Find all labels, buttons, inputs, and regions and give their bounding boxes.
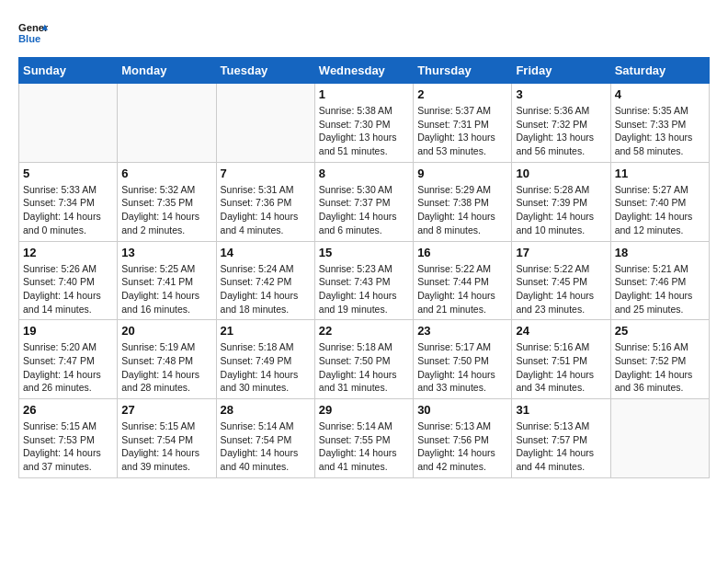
calendar-cell: 3Sunrise: 5:36 AMSunset: 7:32 PMDaylight…: [512, 84, 610, 163]
weekday-header-tuesday: Tuesday: [216, 58, 314, 84]
day-number: 31: [516, 403, 606, 417]
calendar-week-row: 26Sunrise: 5:15 AMSunset: 7:53 PMDayligh…: [19, 399, 710, 478]
day-info: Sunrise: 5:33 AMSunset: 7:34 PMDaylight:…: [23, 183, 113, 237]
day-info: Sunrise: 5:17 AMSunset: 7:50 PMDaylight:…: [417, 340, 507, 395]
day-number: 19: [23, 324, 113, 338]
calendar-cell: 17Sunrise: 5:22 AMSunset: 7:45 PMDayligh…: [512, 241, 610, 320]
calendar-cell: 7Sunrise: 5:31 AMSunset: 7:36 PMDaylight…: [216, 162, 314, 241]
calendar-cell: 29Sunrise: 5:14 AMSunset: 7:55 PMDayligh…: [314, 399, 413, 478]
day-info: Sunrise: 5:27 AMSunset: 7:40 PMDaylight:…: [615, 183, 705, 237]
weekday-header-thursday: Thursday: [414, 58, 512, 84]
day-number: 28: [221, 403, 311, 417]
day-number: 26: [23, 403, 113, 417]
calendar-cell: 6Sunrise: 5:32 AMSunset: 7:35 PMDaylight…: [118, 162, 216, 241]
day-info: Sunrise: 5:28 AMSunset: 7:39 PMDaylight:…: [516, 183, 606, 237]
day-info: Sunrise: 5:36 AMSunset: 7:32 PMDaylight:…: [516, 104, 606, 158]
day-info: Sunrise: 5:35 AMSunset: 7:33 PMDaylight:…: [615, 104, 705, 158]
day-info: Sunrise: 5:13 AMSunset: 7:56 PMDaylight:…: [417, 419, 507, 474]
calendar-cell: 21Sunrise: 5:18 AMSunset: 7:49 PMDayligh…: [216, 320, 314, 399]
calendar-week-row: 12Sunrise: 5:26 AMSunset: 7:40 PMDayligh…: [19, 241, 710, 320]
day-info: Sunrise: 5:32 AMSunset: 7:35 PMDaylight:…: [121, 183, 211, 237]
calendar-week-row: 19Sunrise: 5:20 AMSunset: 7:47 PMDayligh…: [19, 320, 710, 399]
day-number: 23: [417, 324, 507, 338]
day-number: 27: [121, 403, 211, 417]
day-info: Sunrise: 5:38 AMSunset: 7:30 PMDaylight:…: [319, 104, 409, 158]
day-number: 2: [417, 87, 507, 101]
calendar-table: SundayMondayTuesdayWednesdayThursdayFrid…: [18, 57, 710, 478]
calendar-cell: 15Sunrise: 5:23 AMSunset: 7:43 PMDayligh…: [314, 241, 413, 320]
day-number: 16: [417, 246, 507, 259]
calendar-cell: 24Sunrise: 5:16 AMSunset: 7:51 PMDayligh…: [512, 320, 610, 399]
weekday-header-saturday: Saturday: [610, 58, 709, 84]
day-number: 24: [516, 324, 606, 338]
calendar-cell: [19, 84, 118, 163]
day-number: 30: [417, 403, 507, 417]
day-info: Sunrise: 5:19 AMSunset: 7:48 PMDaylight:…: [121, 340, 211, 395]
day-number: 8: [319, 167, 409, 180]
day-info: Sunrise: 5:25 AMSunset: 7:41 PMDaylight:…: [121, 262, 211, 316]
calendar-cell: 12Sunrise: 5:26 AMSunset: 7:40 PMDayligh…: [19, 241, 118, 320]
day-number: 29: [319, 403, 409, 417]
calendar-cell: 5Sunrise: 5:33 AMSunset: 7:34 PMDaylight…: [19, 162, 118, 241]
day-number: 6: [121, 167, 211, 180]
day-number: 22: [319, 324, 409, 338]
logo: General Blue: [18, 18, 48, 48]
day-number: 18: [615, 246, 705, 259]
weekday-header-sunday: Sunday: [19, 58, 118, 84]
day-info: Sunrise: 5:23 AMSunset: 7:43 PMDaylight:…: [319, 262, 409, 316]
day-number: 5: [23, 167, 113, 180]
calendar-cell: 25Sunrise: 5:16 AMSunset: 7:52 PMDayligh…: [610, 320, 709, 399]
logo-icon: General Blue: [18, 18, 48, 48]
day-number: 3: [516, 87, 606, 101]
day-info: Sunrise: 5:18 AMSunset: 7:50 PMDaylight:…: [319, 340, 409, 395]
day-number: 21: [221, 324, 311, 338]
calendar-week-row: 1Sunrise: 5:38 AMSunset: 7:30 PMDaylight…: [19, 84, 710, 163]
weekday-header-row: SundayMondayTuesdayWednesdayThursdayFrid…: [19, 58, 710, 84]
weekday-header-monday: Monday: [118, 58, 216, 84]
day-info: Sunrise: 5:16 AMSunset: 7:51 PMDaylight:…: [516, 340, 606, 395]
calendar-cell: 27Sunrise: 5:15 AMSunset: 7:54 PMDayligh…: [118, 399, 216, 478]
day-info: Sunrise: 5:22 AMSunset: 7:45 PMDaylight:…: [516, 262, 606, 316]
calendar-week-row: 5Sunrise: 5:33 AMSunset: 7:34 PMDaylight…: [19, 162, 710, 241]
day-info: Sunrise: 5:20 AMSunset: 7:47 PMDaylight:…: [23, 340, 113, 395]
calendar-cell: 14Sunrise: 5:24 AMSunset: 7:42 PMDayligh…: [216, 241, 314, 320]
calendar-cell: [118, 84, 216, 163]
day-number: 9: [417, 167, 507, 180]
day-info: Sunrise: 5:15 AMSunset: 7:53 PMDaylight:…: [23, 419, 113, 474]
day-info: Sunrise: 5:14 AMSunset: 7:54 PMDaylight:…: [221, 419, 311, 474]
calendar-cell: 30Sunrise: 5:13 AMSunset: 7:56 PMDayligh…: [414, 399, 512, 478]
day-number: 14: [221, 246, 311, 259]
calendar-cell: 10Sunrise: 5:28 AMSunset: 7:39 PMDayligh…: [512, 162, 610, 241]
calendar-cell: [216, 84, 314, 163]
day-info: Sunrise: 5:14 AMSunset: 7:55 PMDaylight:…: [319, 419, 409, 474]
calendar-cell: 16Sunrise: 5:22 AMSunset: 7:44 PMDayligh…: [414, 241, 512, 320]
day-number: 15: [319, 246, 409, 259]
day-info: Sunrise: 5:16 AMSunset: 7:52 PMDaylight:…: [615, 340, 705, 395]
weekday-header-wednesday: Wednesday: [314, 58, 413, 84]
day-number: 10: [516, 167, 606, 180]
calendar-cell: 19Sunrise: 5:20 AMSunset: 7:47 PMDayligh…: [19, 320, 118, 399]
day-info: Sunrise: 5:26 AMSunset: 7:40 PMDaylight:…: [23, 262, 113, 316]
day-info: Sunrise: 5:15 AMSunset: 7:54 PMDaylight:…: [121, 419, 211, 474]
svg-text:Blue: Blue: [18, 33, 40, 44]
day-number: 1: [319, 87, 409, 101]
day-info: Sunrise: 5:29 AMSunset: 7:38 PMDaylight:…: [417, 183, 507, 237]
day-number: 11: [615, 167, 705, 180]
day-number: 20: [121, 324, 211, 338]
day-info: Sunrise: 5:18 AMSunset: 7:49 PMDaylight:…: [221, 340, 311, 395]
calendar-cell: 1Sunrise: 5:38 AMSunset: 7:30 PMDaylight…: [314, 84, 413, 163]
day-number: 7: [221, 167, 311, 180]
calendar-cell: 23Sunrise: 5:17 AMSunset: 7:50 PMDayligh…: [414, 320, 512, 399]
day-info: Sunrise: 5:30 AMSunset: 7:37 PMDaylight:…: [319, 183, 409, 237]
calendar-cell: 4Sunrise: 5:35 AMSunset: 7:33 PMDaylight…: [610, 84, 709, 163]
day-info: Sunrise: 5:37 AMSunset: 7:31 PMDaylight:…: [417, 104, 507, 158]
day-number: 17: [516, 246, 606, 259]
calendar-cell: 9Sunrise: 5:29 AMSunset: 7:38 PMDaylight…: [414, 162, 512, 241]
day-info: Sunrise: 5:31 AMSunset: 7:36 PMDaylight:…: [221, 183, 311, 237]
day-info: Sunrise: 5:13 AMSunset: 7:57 PMDaylight:…: [516, 419, 606, 474]
calendar-cell: 8Sunrise: 5:30 AMSunset: 7:37 PMDaylight…: [314, 162, 413, 241]
calendar-cell: 31Sunrise: 5:13 AMSunset: 7:57 PMDayligh…: [512, 399, 610, 478]
calendar-cell: 20Sunrise: 5:19 AMSunset: 7:48 PMDayligh…: [118, 320, 216, 399]
calendar-cell: 13Sunrise: 5:25 AMSunset: 7:41 PMDayligh…: [118, 241, 216, 320]
day-info: Sunrise: 5:24 AMSunset: 7:42 PMDaylight:…: [221, 262, 311, 316]
